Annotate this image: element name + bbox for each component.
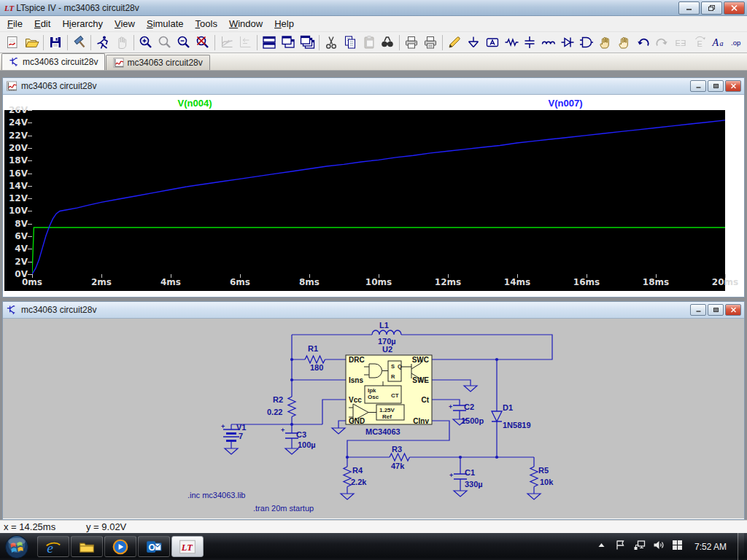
x-axis-label: 6ms [222, 277, 258, 287]
svg-text:180: 180 [310, 363, 323, 372]
save-button[interactable] [46, 34, 65, 52]
waveform-close-button[interactable] [725, 80, 741, 92]
tile-vertical-button[interactable] [279, 34, 298, 52]
tray-action-center-flag[interactable] [614, 539, 627, 554]
redo-button [653, 34, 672, 52]
zoom-in-button[interactable] [136, 34, 155, 52]
trace-label-V(n007)[interactable]: V(n007) [549, 98, 583, 109]
autorange-y-button [217, 34, 236, 52]
cut-button[interactable] [322, 34, 341, 52]
taskbar-app-outlook[interactable]: O [138, 536, 170, 557]
move-icon [597, 34, 614, 50]
capacitor-button[interactable] [520, 34, 539, 52]
menu-simulate[interactable]: Simulate [141, 17, 190, 31]
menu-view[interactable]: View [109, 17, 141, 31]
ground-button[interactable] [464, 34, 483, 52]
tray-network[interactable] [633, 539, 646, 554]
new-schematic-button[interactable] [3, 34, 22, 52]
save-icon [47, 34, 63, 50]
drag-button[interactable] [615, 34, 634, 52]
zoom-out-button[interactable] [174, 34, 193, 52]
trace-label-V(n004)[interactable]: V(n004) [178, 98, 212, 109]
tray-get-windows-10[interactable] [671, 539, 684, 554]
ground-icon [465, 34, 481, 50]
ltspice-window: LT LTspice IV - mc34063 circuit28v FileE… [0, 0, 747, 560]
schematic-icon [9, 57, 20, 68]
svg-text:SWC: SWC [412, 356, 429, 364]
schematic-close-button[interactable] [725, 304, 741, 316]
title-bar[interactable]: LT LTspice IV - mc34063 circuit28v [0, 0, 747, 16]
svg-text:GND: GND [349, 417, 365, 425]
waveform-plot[interactable] [32, 110, 725, 274]
menu-edit[interactable]: Edit [28, 17, 56, 31]
svg-text:S: S [391, 363, 395, 370]
toolbar-separator [399, 35, 400, 50]
menu-tools[interactable]: Tools [190, 17, 223, 31]
print-button[interactable] [421, 34, 440, 52]
start-button[interactable] [4, 534, 29, 559]
run-button[interactable] [93, 34, 112, 52]
halt-icon [114, 34, 130, 50]
taskbar-app-windows-explorer[interactable] [71, 536, 103, 557]
zoom-full-extents-button[interactable] [193, 34, 212, 52]
waveform-pane[interactable]: 0V2V4V6V8V10V12V14V16V18V20V22V24V26V0ms… [3, 95, 744, 296]
schematic-minimize-button[interactable] [690, 304, 706, 316]
x-axis-tick [101, 274, 102, 278]
undo-button[interactable] [634, 34, 653, 52]
taskbar-clock[interactable]: 7:52 AM [694, 542, 727, 552]
tray-volume[interactable] [652, 539, 665, 554]
cascade-button[interactable] [298, 34, 317, 52]
menu-file[interactable]: File [1, 17, 28, 31]
waveform-minimize-button[interactable] [690, 80, 706, 92]
label-net-button[interactable] [483, 34, 502, 52]
trace-V(n007) [32, 120, 725, 274]
svg-text:A: A [712, 37, 719, 48]
cursor-y-readout: y = 9.02V [86, 521, 126, 532]
component-icon [578, 34, 595, 50]
waveform-window-title: mc34063 circuit28v [21, 81, 689, 91]
tray-hidden-icons-arrow[interactable] [595, 539, 608, 554]
waveform-icon [6, 81, 18, 92]
waveform-restore-button[interactable] [708, 80, 724, 92]
restore-button[interactable] [701, 1, 722, 15]
text-button[interactable]: Aa [709, 34, 728, 52]
svg-text:L1: L1 [379, 321, 389, 330]
spice-directive-button[interactable]: .op [728, 34, 747, 52]
toolbar-separator [214, 35, 215, 50]
taskbar: eOLT 7:52 AM [0, 533, 747, 560]
schematic-title-bar[interactable]: mc34063 circuit28v [3, 302, 744, 319]
waveform-title-bar[interactable]: mc34063 circuit28v [3, 78, 744, 95]
copy-button[interactable] [341, 34, 360, 52]
pan-icon [237, 34, 253, 50]
schematic-restore-button[interactable] [708, 304, 724, 316]
menu-help[interactable]: Help [268, 17, 300, 31]
svg-text:Vcc: Vcc [349, 396, 362, 404]
close-button[interactable] [724, 1, 745, 15]
svg-text:Ipk: Ipk [368, 387, 376, 394]
resistor-button[interactable] [502, 34, 521, 52]
minimize-button[interactable] [678, 1, 700, 15]
taskbar-app-ltspice[interactable]: LT [171, 536, 204, 557]
print-setup-button[interactable] [402, 34, 421, 52]
menu-window[interactable]: Window [223, 17, 268, 31]
component-button[interactable] [577, 34, 596, 52]
tab-2-waveform[interactable]: mc34063 circuit28v [106, 55, 209, 70]
show-desktop-button[interactable] [738, 533, 744, 560]
control-panel-button[interactable] [70, 34, 89, 52]
schematic-canvas[interactable]: SQRIpkOscCT1.25VRefDRCIsnsVccGNDSWCSWECt… [3, 319, 744, 518]
svg-text:.inc mc34063.lib: .inc mc34063.lib [187, 491, 246, 499]
find-button[interactable] [378, 34, 397, 52]
wire-button[interactable] [445, 34, 464, 52]
open-button[interactable] [22, 34, 41, 52]
diode-button[interactable] [558, 34, 577, 52]
paste-icon [361, 34, 377, 50]
inductor-button[interactable] [539, 34, 558, 52]
tile-horizontal-button[interactable] [260, 34, 279, 52]
tab-1-schematic[interactable]: mc34063 circuit28v [1, 53, 105, 70]
move-button[interactable] [596, 34, 615, 52]
x-axis-tick [240, 274, 241, 278]
svg-text:R1: R1 [308, 344, 318, 353]
taskbar-app-internet-explorer[interactable]: e [37, 536, 69, 557]
taskbar-app-media-player[interactable] [104, 536, 136, 557]
menu-hierarchy[interactable]: Hierarchy [56, 17, 109, 31]
